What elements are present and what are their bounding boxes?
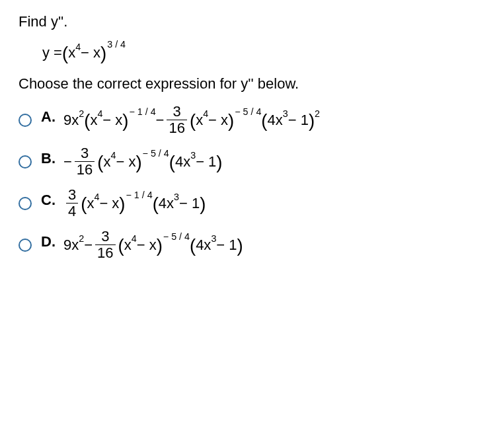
radio-icon[interactable] <box>19 197 32 210</box>
option-expression: 9x2 (x4 − x) − 1 / 4 − 316 (x4 − x) − 5 … <box>63 104 320 135</box>
option-a[interactable]: A. 9x2 (x4 − x) − 1 / 4 − 316 (x4 − x) −… <box>19 104 482 135</box>
option-c[interactable]: C. 34 (x4 − x) − 1 / 4 (4x3 − 1) <box>19 188 482 219</box>
radio-icon[interactable] <box>19 239 32 252</box>
option-d[interactable]: D. 9x2 − 316 (x4 − x) − 5 / 4 (4x3 − 1) <box>19 229 482 260</box>
option-letter: D. <box>41 229 63 250</box>
equation-math: y = (x4 − x)3 / 4 <box>42 42 126 63</box>
radio-icon[interactable] <box>19 114 32 127</box>
radio-icon[interactable] <box>19 155 32 168</box>
prompt-text: Find y''. <box>19 13 482 30</box>
given-equation: y = (x4 − x)3 / 4 <box>42 42 482 63</box>
instruction-text: Choose the correct expression for y'' be… <box>19 75 482 93</box>
option-letter: C. <box>41 188 63 209</box>
options-container: A. 9x2 (x4 − x) − 1 / 4 − 316 (x4 − x) −… <box>19 104 482 260</box>
option-expression: − 316 (x4 − x) − 5 / 4 (4x3 − 1) <box>63 146 223 177</box>
option-expression: 34 (x4 − x) − 1 / 4 (4x3 − 1) <box>63 188 206 219</box>
option-letter: A. <box>41 104 63 126</box>
option-b[interactable]: B. − 316 (x4 − x) − 5 / 4 (4x3 − 1) <box>19 146 482 177</box>
option-letter: B. <box>41 146 63 167</box>
option-expression: 9x2 − 316 (x4 − x) − 5 / 4 (4x3 − 1) <box>63 229 243 260</box>
